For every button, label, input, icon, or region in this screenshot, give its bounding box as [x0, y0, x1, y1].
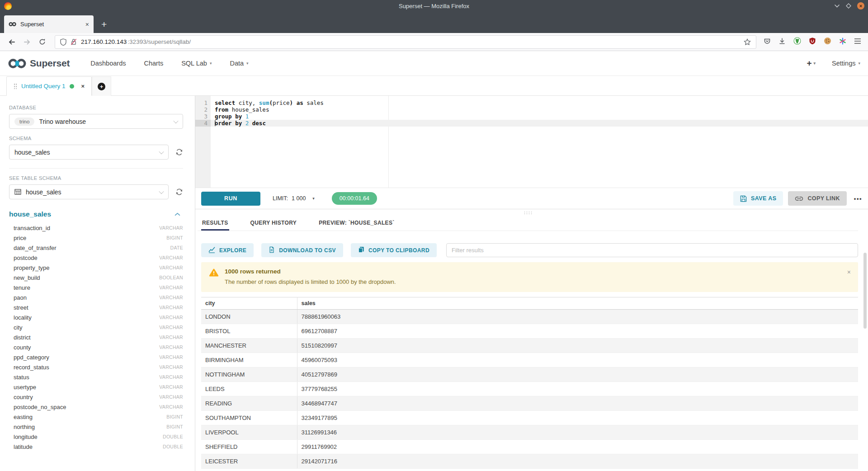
browser-tab[interactable]: Superset × — [4, 15, 94, 33]
results-scrollbar[interactable] — [863, 253, 867, 329]
column-name: locality — [14, 314, 159, 321]
filter-results-input[interactable] — [446, 243, 858, 257]
cell-sales: 37779768255 — [297, 382, 858, 396]
brand[interactable]: Superset — [8, 57, 70, 70]
add-new-button[interactable]: +▾ — [807, 58, 816, 68]
caret-down-icon: ▾ — [246, 61, 249, 66]
insecure-lock-icon[interactable] — [71, 38, 77, 45]
column-name: ppd_category — [14, 354, 159, 361]
reload-icon[interactable] — [39, 38, 46, 45]
refresh-table-button[interactable] — [175, 188, 183, 196]
line-number: 2 — [195, 106, 211, 113]
copy-link-label: COPY LINK — [807, 195, 840, 202]
resize-handle-icon[interactable] — [524, 211, 532, 215]
column-row: tenure VARCHAR — [9, 283, 183, 292]
query-tab[interactable]: Untitled Query 1 × — [6, 76, 92, 96]
app-nav-item[interactable]: SQL Lab▾ — [181, 60, 212, 67]
maximize-icon[interactable] — [846, 3, 851, 9]
table-select[interactable]: house_sales — [9, 184, 169, 199]
cell-city: BRISTOL — [201, 324, 297, 339]
sql-editor[interactable]: 1select city, sum(price) as sales2from h… — [195, 96, 868, 188]
ublock-icon[interactable] — [809, 37, 816, 47]
pocket-icon[interactable] — [764, 38, 771, 47]
chevron-down-icon — [173, 118, 178, 123]
sql-token: desc — [252, 120, 266, 127]
url-host: 217.160.120.143 — [81, 38, 127, 45]
privacy-badger-icon[interactable] — [793, 37, 801, 47]
forward-icon[interactable] — [24, 38, 31, 46]
url-path: :32393/superset/sqllab/ — [127, 38, 191, 45]
alert-close-icon[interactable]: × — [847, 269, 851, 275]
minimize-icon[interactable] — [834, 4, 840, 8]
column-name: usertype — [14, 384, 159, 391]
cell-sales: 34468947747 — [297, 396, 858, 411]
sql-line[interactable]: 4order by 2 desc — [195, 120, 868, 127]
caret-down-icon: ▾ — [312, 196, 315, 201]
action-button[interactable]: COPY TO CLIPBOARD — [351, 243, 437, 257]
hamburger-menu-icon[interactable] — [854, 38, 861, 46]
query-tab-title: Untitled Query 1 — [21, 83, 66, 89]
column-header-city[interactable]: city — [201, 297, 297, 310]
back-icon[interactable] — [8, 38, 15, 46]
app-nav-item[interactable]: Dashboards — [90, 60, 126, 67]
refresh-schema-button[interactable] — [175, 148, 183, 156]
results-tab[interactable]: PREVIEW: `HOUSE_SALES` — [318, 216, 396, 231]
app-header: Superset DashboardsChartsSQL Lab▾Data▾ +… — [0, 51, 868, 76]
sql-line[interactable]: 2from house_sales — [195, 106, 868, 113]
sql-line[interactable]: 3group by 1 — [195, 113, 868, 120]
editor-pane: 1select city, sum(price) as sales2from h… — [195, 96, 868, 471]
database-select[interactable]: trino Trino warehouse — [9, 114, 183, 129]
tab-close-icon[interactable]: × — [85, 21, 89, 28]
results-tab[interactable]: QUERY HISTORY — [250, 216, 298, 231]
sql-token — [242, 113, 245, 120]
warning-icon — [209, 268, 218, 285]
collapse-chevron-up-icon[interactable] — [175, 212, 180, 216]
cell-city: LONDON — [201, 310, 297, 324]
column-row: city VARCHAR — [9, 322, 183, 332]
url-bar[interactable]: 217.160.120.143 :32393/superset/sqllab/ — [55, 35, 756, 49]
sql-line[interactable]: 1select city, sum(price) as sales — [195, 99, 868, 106]
run-button[interactable]: RUN — [201, 192, 260, 206]
bookmark-star-icon[interactable] — [744, 38, 751, 46]
results-tab[interactable]: RESULTS — [201, 216, 229, 231]
cell-city: MANCHESTER — [201, 339, 297, 353]
schema-select[interactable]: house_sales — [9, 145, 169, 160]
table-row: SOUTHAMPTON 32349177895 — [201, 411, 858, 425]
query-tab-close-icon[interactable]: × — [81, 83, 85, 89]
save-as-button[interactable]: SAVE AS — [733, 191, 783, 206]
save-icon — [740, 195, 747, 202]
drag-handle-icon[interactable] — [14, 83, 17, 89]
brand-name: Superset — [30, 58, 70, 69]
app-nav-item[interactable]: Data▾ — [230, 60, 248, 67]
app-nav-item-label: SQL Lab — [181, 60, 207, 67]
close-window-icon[interactable]: × — [857, 2, 864, 9]
column-name: county — [14, 344, 159, 351]
add-query-tab[interactable]: + — [92, 76, 111, 96]
shield-icon[interactable] — [60, 38, 66, 46]
settings-menu[interactable]: Settings▾ — [832, 60, 860, 67]
column-name: price — [14, 235, 166, 241]
cookie-icon[interactable] — [824, 37, 831, 47]
column-row: county VARCHAR — [9, 342, 183, 352]
table-name[interactable]: house_sales — [9, 210, 175, 218]
extension-asterisk-icon[interactable] — [839, 38, 846, 47]
download-icon[interactable] — [778, 38, 786, 47]
table-row: READING 34468947747 — [201, 396, 858, 411]
column-header-sales[interactable]: sales — [297, 297, 858, 310]
chevron-down-icon — [159, 188, 164, 193]
settings-label: Settings — [832, 60, 855, 67]
cell-sales: 29911769902 — [297, 440, 858, 454]
cell-city: SOUTHAMPTON — [201, 411, 297, 425]
caret-down-icon: ▾ — [858, 61, 860, 66]
action-button[interactable]: EXPLORE — [201, 243, 254, 257]
copy-link-button[interactable]: COPY LINK — [788, 191, 846, 206]
app-nav-item[interactable]: Charts — [144, 60, 163, 67]
limit-dropdown[interactable]: LIMIT: 1 000 ▾ — [273, 195, 315, 202]
action-button[interactable]: DOWNLOAD TO CSV — [261, 243, 343, 257]
more-actions-icon[interactable]: ••• — [854, 195, 862, 202]
column-row: new_build BOOLEAN — [9, 273, 183, 283]
save-as-label: SAVE AS — [751, 195, 776, 202]
new-tab-icon[interactable]: + — [101, 19, 107, 29]
column-row: district VARCHAR — [9, 332, 183, 342]
limit-value: 1 000 — [292, 195, 306, 202]
